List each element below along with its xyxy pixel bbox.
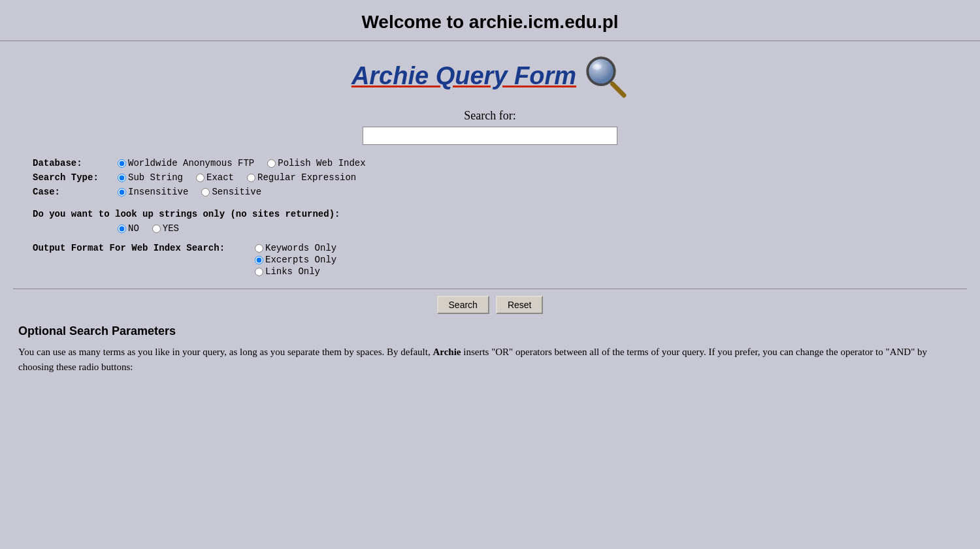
search-for-input[interactable]: [363, 127, 617, 145]
search-button[interactable]: Search: [437, 296, 489, 314]
database-worldwide-option[interactable]: Worldwide Anonymous FTP: [118, 158, 254, 168]
search-type-regex-label: Regular Expression: [257, 172, 356, 183]
search-type-choices: Sub String Exact Regular Expression: [118, 172, 356, 183]
search-type-exact-label: Exact: [206, 172, 234, 183]
case-insensitive-label: Insensitive: [128, 187, 188, 197]
strings-no-radio[interactable]: [118, 225, 126, 233]
output-keywords-label: Keywords Only: [265, 243, 336, 253]
search-type-row: Search Type: Sub String Exact Regular Ex…: [33, 172, 947, 183]
output-links-radio[interactable]: [255, 268, 263, 276]
logo-text: Archie Query Form: [351, 62, 576, 93]
case-insensitive-radio[interactable]: [118, 188, 126, 196]
logo-area: Archie Query Form: [13, 54, 967, 100]
case-sensitive-radio[interactable]: [201, 188, 210, 196]
case-sensitive-label: Sensitive: [212, 187, 261, 197]
strings-yes-radio[interactable]: [152, 225, 161, 233]
optional-params-archie-bold: Archie: [433, 347, 461, 357]
database-row: Database: Worldwide Anonymous FTP Polish…: [33, 158, 947, 168]
optional-params-text-part1: You can use as many terms as you like in…: [18, 347, 433, 357]
database-polish-option[interactable]: Polish Web Index: [267, 158, 365, 168]
search-type-regex-option[interactable]: Regular Expression: [247, 172, 356, 183]
output-excerpts-label: Excerpts Only: [265, 255, 336, 265]
case-sensitive-option[interactable]: Sensitive: [201, 187, 261, 197]
strings-yes-label: YES: [163, 223, 179, 234]
magnifier-handle: [613, 84, 625, 96]
bottom-divider: [13, 289, 967, 289]
output-links-option[interactable]: Links Only: [255, 266, 336, 277]
search-for-text: Search for:: [464, 109, 515, 122]
strings-section: Do you want to look up strings only (no …: [33, 209, 947, 234]
search-for-label: Search for:: [13, 109, 967, 123]
search-type-substring-label: Sub String: [128, 172, 183, 183]
output-excerpts-radio[interactable]: [255, 256, 263, 264]
database-label: Database:: [33, 158, 118, 168]
search-type-label: Search Type:: [33, 172, 118, 183]
search-type-substring-radio[interactable]: [118, 174, 126, 182]
search-input-wrapper: [13, 127, 967, 145]
database-polish-radio[interactable]: [267, 159, 276, 168]
output-keywords-radio[interactable]: [255, 244, 263, 253]
case-insensitive-option[interactable]: Insensitive: [118, 187, 188, 197]
button-area: Search Reset: [13, 296, 967, 314]
database-polish-label: Polish Web Index: [278, 158, 365, 168]
database-choices: Worldwide Anonymous FTP Polish Web Index: [118, 158, 366, 168]
strings-no-option[interactable]: NO: [118, 223, 139, 234]
optional-params-title: Optional Search Parameters: [18, 324, 962, 338]
output-keywords-option[interactable]: Keywords Only: [255, 243, 336, 253]
main-content: Archie Query Form Search for:: [0, 41, 980, 374]
database-worldwide-label: Worldwide Anonymous FTP: [128, 158, 254, 168]
optional-params-section: Optional Search Parameters You can use a…: [13, 324, 967, 374]
search-type-regex-radio[interactable]: [247, 174, 255, 182]
page-title: Welcome to archie.icm.edu.pl: [0, 0, 980, 40]
magnifier-icon: [583, 54, 629, 100]
output-format-section: Output Format For Web Index Search: Keyw…: [33, 243, 947, 277]
page-title-bar: Welcome to archie.icm.edu.pl: [0, 0, 980, 40]
search-type-exact-option[interactable]: Exact: [196, 172, 234, 183]
output-format-choices: Keywords Only Excerpts Only Links Only: [255, 243, 336, 277]
output-excerpts-option[interactable]: Excerpts Only: [255, 255, 336, 265]
strings-no-label: NO: [128, 223, 139, 234]
search-type-exact-radio[interactable]: [196, 174, 204, 182]
output-links-label: Links Only: [265, 266, 320, 277]
lens-highlight: [593, 64, 602, 70]
case-choices: Insensitive Sensitive: [118, 187, 261, 197]
strings-yes-option[interactable]: YES: [152, 223, 179, 234]
database-worldwide-radio[interactable]: [118, 159, 126, 168]
output-format-row: Output Format For Web Index Search: Keyw…: [33, 243, 947, 277]
optional-params-text: You can use as many terms as you like in…: [18, 345, 962, 374]
search-type-substring-option[interactable]: Sub String: [118, 172, 183, 183]
reset-button[interactable]: Reset: [496, 296, 544, 314]
options-area: Database: Worldwide Anonymous FTP Polish…: [13, 158, 967, 277]
case-label: Case:: [33, 187, 118, 197]
strings-question: Do you want to look up strings only (no …: [33, 209, 947, 219]
case-row: Case: Insensitive Sensitive: [33, 187, 947, 197]
lens-inner: [588, 58, 614, 84]
output-format-label: Output Format For Web Index Search:: [33, 243, 255, 253]
strings-choices: NO YES: [33, 223, 947, 234]
